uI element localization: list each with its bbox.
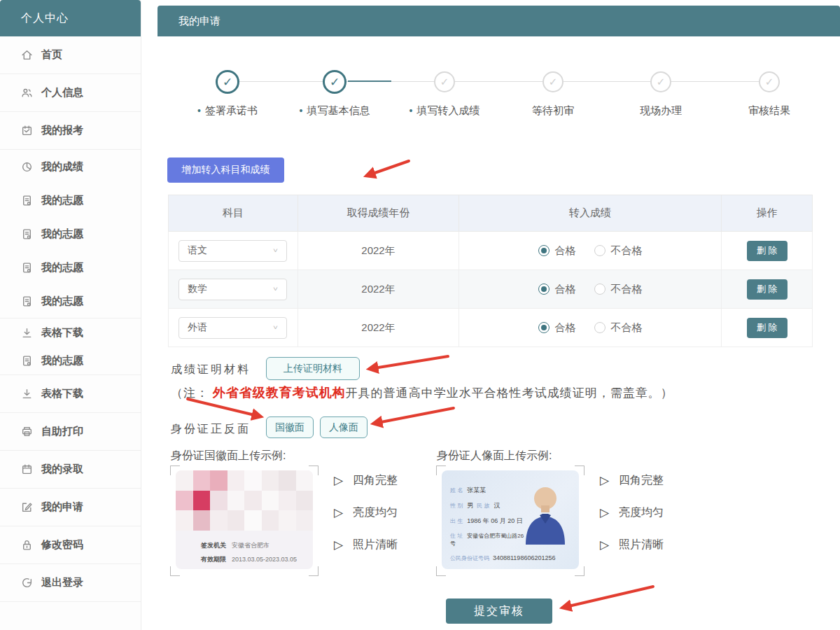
sidebar-item-logout[interactable]: 退出登录 [0,564,141,601]
portrait-side-button[interactable]: 人像面 [320,416,368,438]
column-header-action: 操作 [722,195,813,232]
check-icon: ✓ [440,76,449,88]
triangle-icon: ▷ [334,507,343,519]
radio-fail[interactable]: 不合格 [594,244,643,258]
radio-pass[interactable]: 合格 [538,321,576,335]
year-cell: 2022年 [298,232,459,270]
download-icon [21,388,33,400]
progress-stepper: ✓ ✓ ✓ ✓ ✓ ✓ •签署承诺书 •填写基本信息 •填写转入成绩 等待初审 … [158,71,840,148]
triangle-icon: ▷ [600,475,609,486]
sidebar-item-preferences[interactable]: 我的志愿 [0,251,141,284]
tip-item: ▷亮度均匀 [600,504,691,521]
document-icon [21,262,33,274]
step-label-6: 审核结果 [717,104,822,118]
triangle-icon: ▷ [334,475,343,486]
delete-button[interactable]: 删 除 [747,279,788,300]
check-icon: ✓ [657,76,666,88]
sidebar-item-label: 首页 [41,48,62,62]
emblem-side-button[interactable]: 国徽面 [266,416,314,438]
check-icon: ✓ [223,75,232,90]
sidebar-item-label: 表格下载 [41,326,83,340]
tip-item: ▷照片清晰 [600,536,691,553]
sidebar-item-form-download[interactable]: 表格下载 [0,318,141,346]
sidebar-item-label: 我的志愿 [41,354,83,368]
radio-pass[interactable]: 合格 [538,283,576,296]
delete-button[interactable]: 删 除 [747,241,788,261]
radio-selected-icon [538,322,550,333]
materials-label: 成绩证明材料 [171,363,251,377]
document-icon [21,295,33,307]
tip-item: ▷亮度均匀 [334,504,425,521]
sidebar-item-preferences[interactable]: 我的志愿 [0,346,141,374]
sidebar-item-registration[interactable]: 我的报考 [0,112,141,149]
delete-button[interactable]: 删 除 [747,318,788,338]
upload-materials-button[interactable]: 上传证明材料 [266,357,360,380]
pie-chart-icon [21,161,33,173]
sidebar-item-preferences[interactable]: 我的志愿 [0,217,141,251]
sidebar-item-self-print[interactable]: 自助打印 [0,413,141,450]
sidebar-item-label: 我的申请 [41,500,83,514]
sidebar-item-label: 我的志愿 [41,261,83,274]
emblem-card-example: 签发机关安徽省合肥市 有效期限2013.03.05-2023.03.05 [170,465,318,576]
step-circle-5: ✓ [650,71,671,92]
add-subject-button[interactable]: 增加转入科目和成绩 [167,158,284,183]
step-label-2: •填写基本信息 [282,104,387,118]
sidebar-item-form-download[interactable]: 表格下载 [0,375,141,412]
sidebar-item-change-password[interactable]: 修改密码 [0,526,141,564]
tip-item: ▷四角完整 [600,472,691,489]
sidebar-item-application[interactable]: 我的申请 [0,489,141,526]
year-cell: 2022年 [298,309,459,347]
sidebar-item-preferences[interactable]: 我的志愿 [0,284,141,318]
step-circle-6: ✓ [759,71,780,92]
score-table: 科目 取得成绩年份 转入成绩 操作 语文˅ 2022年 合格 不合格 删 除 数… [168,195,813,347]
step-circle-3: ✓ [434,71,455,92]
radio-selected-icon [538,284,550,295]
sidebar-item-label: 退出登录 [41,576,83,589]
check-icon: ✓ [330,75,340,90]
table-row: 外语˅ 2022年 合格 不合格 删 除 [169,309,813,347]
note-text: （注： 外省省级教育考试机构开具的普通高中学业水平合格性考试成绩证明，需盖章。） [171,384,673,401]
radio-selected-icon [538,245,550,256]
radio-pass[interactable]: 合格 [538,244,576,258]
sidebar-item-label: 我的志愿 [41,295,83,308]
sidebar-item-scores[interactable]: 我的成绩 [0,150,141,183]
step-label-4: 等待初审 [500,104,606,118]
sidebar-item-home[interactable]: 首页 [0,36,141,74]
sidebar-item-label: 我的报考 [41,124,83,137]
radio-unselected-icon [594,284,606,295]
document-icon [21,228,33,240]
radio-fail[interactable]: 不合格 [594,283,643,296]
edit-icon [21,501,33,513]
page-title: 我的申请 [158,6,840,36]
document-icon [21,355,33,367]
upload-tips: ▷四角完整 ▷亮度均匀 ▷照片清晰 [600,472,691,568]
check-icon: ✓ [765,76,774,88]
sidebar-item-preferences[interactable]: 我的志愿 [0,183,141,217]
subject-select[interactable]: 外语˅ [178,317,287,339]
sidebar-item-label: 我的录取 [41,463,83,476]
calendar-icon [21,125,33,136]
subject-select[interactable]: 数学˅ [178,279,287,300]
sidebar-item-admission[interactable]: 我的录取 [0,451,141,488]
subject-select[interactable]: 语文˅ [178,240,287,262]
sidebar-item-label: 修改密码 [41,538,83,552]
radio-fail[interactable]: 不合格 [594,321,643,335]
stepper-connector-active [348,80,391,82]
portrait-card-example: 姓 名张某某 性 别男 民 族汉 出 生1986 年 06 月 20 日 住 址… [436,465,584,576]
sidebar-item-label: 我的志愿 [41,194,83,207]
step-circle-2: ✓ [323,70,346,94]
logout-icon [21,577,33,589]
calendar-icon [21,463,33,475]
emblem-card-text: 签发机关安徽省合肥市 有效期限2013.03.05-2023.03.05 [201,539,297,567]
triangle-icon: ▷ [600,539,609,551]
check-icon: ✓ [549,76,558,88]
triangle-icon: ▷ [334,539,343,551]
page: 个人中心 首页 个人信息 我的报考 我的成绩 [0,0,840,630]
sidebar-item-profile[interactable]: 个人信息 [0,74,141,111]
submit-review-button[interactable]: 提交审核 [446,598,552,624]
column-header-year: 取得成绩年份 [298,195,459,232]
emblem-example-title: 身份证国徽面上传示例: [171,449,286,463]
bullet-icon: • [197,105,201,116]
main-content: ✓ ✓ ✓ ✓ ✓ ✓ •签署承诺书 •填写基本信息 •填写转入成绩 等待初审 … [158,36,840,630]
home-icon [21,49,33,61]
